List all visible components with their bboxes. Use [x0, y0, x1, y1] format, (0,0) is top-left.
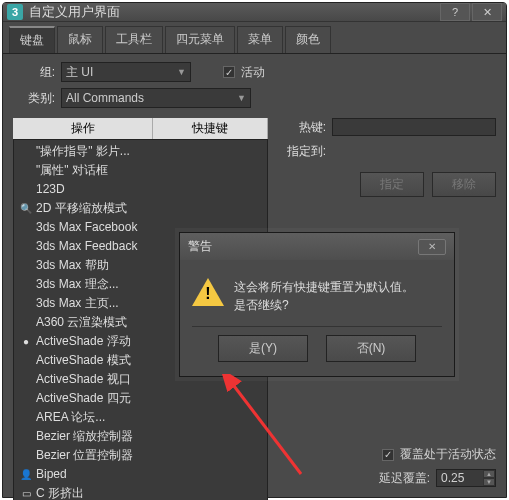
item-icon [20, 279, 32, 291]
assign-button[interactable]: 指定 [360, 172, 424, 197]
dialog-msg-line2: 是否继续? [234, 296, 414, 314]
dialog-no-button[interactable]: 否(N) [326, 335, 416, 362]
warning-dialog: 警告 ✕ ! 这会将所有快捷键重置为默认值。 是否继续? 是(Y) 否(N) [179, 232, 455, 377]
list-item-label: Bezier 位置控制器 [36, 447, 133, 464]
list-item-label: "属性" 对话框 [36, 162, 108, 179]
chevron-down-icon: ▼ [237, 93, 246, 103]
chevron-down-icon: ▼ [177, 67, 186, 77]
app-icon: 3 [7, 4, 23, 20]
item-icon [20, 298, 32, 310]
spinner-down-icon[interactable]: ▼ [483, 478, 495, 486]
tab-mouse[interactable]: 鼠标 [57, 26, 103, 53]
item-icon [20, 317, 32, 329]
item-icon [20, 241, 32, 253]
list-item[interactable]: "操作指导" 影片... [14, 142, 267, 161]
item-icon [20, 222, 32, 234]
item-icon [20, 146, 32, 158]
item-icon [20, 355, 32, 367]
list-item-label: "操作指导" 影片... [36, 143, 130, 160]
close-icon[interactable]: ✕ [472, 3, 502, 21]
col-shortcut[interactable]: 快捷键 [153, 118, 268, 139]
list-item[interactable]: "属性" 对话框 [14, 161, 267, 180]
dialog-titlebar[interactable]: 警告 ✕ [180, 233, 454, 260]
list-item-label: 3ds Max Feedback [36, 238, 137, 255]
delay-value: 0.25 [437, 471, 483, 485]
dialog-message: 这会将所有快捷键重置为默认值。 是否继续? [234, 278, 414, 314]
warning-icon: ! [192, 278, 224, 306]
item-icon [20, 260, 32, 272]
tab-toolbar[interactable]: 工具栏 [105, 26, 163, 53]
item-icon [20, 450, 32, 462]
list-item-label: Biped [36, 466, 67, 483]
shape-icon: ▭ [20, 488, 32, 500]
list-item-label: ActiveShade 模式 [36, 352, 131, 369]
list-item[interactable]: ▭C 形挤出 [14, 484, 267, 500]
overlay-checkbox[interactable]: ✓ [382, 449, 394, 461]
delay-label: 延迟覆盖: [379, 470, 430, 487]
zoom-icon: 🔍 [20, 203, 32, 215]
overlay-checkbox-label: 覆盖处于活动状态 [400, 446, 496, 463]
delay-spinner[interactable]: 0.25 ▲ ▼ [436, 469, 496, 487]
list-item[interactable]: ActiveShade 四元 [14, 389, 267, 408]
list-header: 操作 快捷键 [13, 118, 268, 139]
dialog-close-icon[interactable]: ✕ [418, 239, 446, 255]
dialog-title: 警告 [188, 238, 212, 255]
list-item-label: 3ds Max 理念... [36, 276, 119, 293]
spinner-up-icon[interactable]: ▲ [483, 470, 495, 478]
list-item-label: ActiveShade 视口 [36, 371, 131, 388]
hotkey-label: 热键: [278, 119, 326, 136]
dialog-msg-line1: 这会将所有快捷键重置为默认值。 [234, 278, 414, 296]
group-label: 组: [13, 64, 55, 81]
list-item[interactable]: Bezier 缩放控制器 [14, 427, 267, 446]
list-item[interactable]: AREA 论坛... [14, 408, 267, 427]
list-item[interactable]: 👤Biped [14, 465, 267, 484]
item-icon [20, 165, 32, 177]
list-item-label: ActiveShade 四元 [36, 390, 131, 407]
tab-quadmenu[interactable]: 四元菜单 [165, 26, 235, 53]
tabs: 键盘 鼠标 工具栏 四元菜单 菜单 颜色 [3, 22, 506, 54]
item-icon [20, 374, 32, 386]
group-select[interactable]: 主 UI ▼ [61, 62, 191, 82]
list-item[interactable]: 🔍2D 平移缩放模式 [14, 199, 267, 218]
list-item-label: A360 云渲染模式 [36, 314, 127, 331]
active-checkbox-label: 活动 [241, 64, 265, 81]
assigned-value [332, 142, 496, 160]
remove-button[interactable]: 移除 [432, 172, 496, 197]
tab-color[interactable]: 颜色 [285, 26, 331, 53]
list-item-label: 3ds Max Facebook [36, 219, 137, 236]
customize-ui-window: 3 自定义用户界面 ? ✕ 键盘 鼠标 工具栏 四元菜单 菜单 颜色 组: 主 … [2, 2, 507, 498]
dialog-yes-button[interactable]: 是(Y) [218, 335, 308, 362]
window-title: 自定义用户界面 [29, 3, 440, 21]
category-label: 类别: [13, 90, 55, 107]
tab-keyboard[interactable]: 键盘 [9, 26, 55, 53]
list-item-label: 3ds Max 帮助 [36, 257, 109, 274]
biped-icon: 👤 [20, 469, 32, 481]
item-icon [20, 393, 32, 405]
list-item-label: Bezier 缩放控制器 [36, 428, 133, 445]
titlebar[interactable]: 3 自定义用户界面 ? ✕ [3, 3, 506, 22]
active-checkbox[interactable]: ✓ [223, 66, 235, 78]
list-item-label: 123D [36, 181, 65, 198]
list-item[interactable]: 123D [14, 180, 267, 199]
hotkey-field[interactable] [332, 118, 496, 136]
list-item-label: 3ds Max 主页... [36, 295, 119, 312]
list-item-label: 2D 平移缩放模式 [36, 200, 127, 217]
list-item[interactable]: Bezier 位置控制器 [14, 446, 267, 465]
list-item-label: AREA 论坛... [36, 409, 105, 426]
col-action[interactable]: 操作 [13, 118, 153, 139]
help-icon[interactable]: ? [440, 3, 470, 21]
category-select[interactable]: All Commands ▼ [61, 88, 251, 108]
tab-menu[interactable]: 菜单 [237, 26, 283, 53]
category-value: All Commands [66, 91, 144, 105]
list-item-label: ActiveShade 浮动 [36, 333, 131, 350]
item-icon [20, 431, 32, 443]
item-icon [20, 412, 32, 424]
list-item-label: C 形挤出 [36, 485, 84, 500]
dot-icon: ● [20, 336, 32, 348]
tab-content: 组: 主 UI ▼ ✓ 活动 类别: All Commands ▼ 操作 快捷键 [3, 54, 506, 500]
assigned-label: 指定到: [278, 143, 326, 160]
item-icon [20, 184, 32, 196]
group-value: 主 UI [66, 64, 93, 81]
